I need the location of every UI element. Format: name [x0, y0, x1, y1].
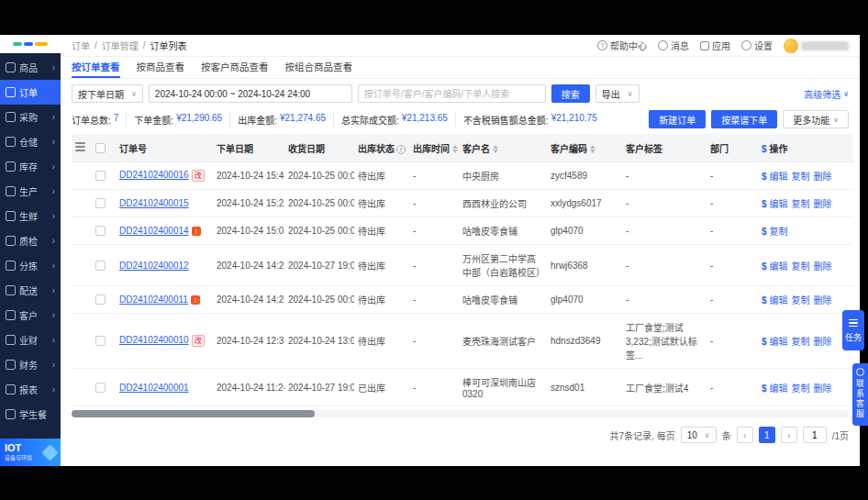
- row-checkbox[interactable]: [95, 171, 106, 181]
- edit-link[interactable]: 编辑: [770, 295, 788, 306]
- sidebar-item-sorting[interactable]: 分拣›: [0, 253, 61, 278]
- sidebar-item-qc[interactable]: 质检›: [0, 228, 61, 253]
- copy-link[interactable]: 复制: [792, 261, 810, 272]
- more-actions-button[interactable]: 更多功能∨: [783, 110, 849, 128]
- order-no-link[interactable]: DD24102400001: [119, 383, 189, 393]
- tab-by-combo-product[interactable]: 按组合商品查看: [285, 57, 353, 78]
- col-customer-code[interactable]: 客户编码: [547, 134, 622, 162]
- settings-button[interactable]: 设置: [741, 39, 773, 52]
- copy-link[interactable]: 复制: [792, 383, 810, 394]
- delete-link[interactable]: 删除: [814, 172, 832, 182]
- sort-icon[interactable]: [452, 145, 458, 153]
- contact-support-floating-button[interactable]: 联系客服: [852, 363, 868, 426]
- edit-link[interactable]: 编辑: [770, 172, 788, 182]
- delete-link[interactable]: 删除: [814, 261, 832, 272]
- col-outbound-status[interactable]: 出库状态: [354, 134, 409, 162]
- sidebar-item-inventory[interactable]: 库存›: [0, 154, 61, 179]
- advanced-filter-button[interactable]: 高级筛选 ∨: [804, 87, 849, 101]
- sidebar-item-fresh[interactable]: 生鲜›: [0, 204, 61, 228]
- order-no-link[interactable]: DD24102400011: [119, 294, 188, 305]
- select-all-checkbox[interactable]: [95, 143, 106, 153]
- sidebar-item-reports[interactable]: 报表›: [0, 377, 61, 402]
- delete-link[interactable]: 删除: [814, 199, 832, 209]
- sidebar-item-delivery[interactable]: 配送›: [0, 278, 61, 303]
- copy-link[interactable]: 复制: [792, 172, 810, 182]
- col-outbound-time[interactable]: 出库时间: [409, 134, 459, 162]
- breadcrumb-item[interactable]: 订单管理: [102, 39, 139, 52]
- amount-icon[interactable]: $: [762, 295, 767, 306]
- column-settings-icon[interactable]: [75, 140, 85, 153]
- order-by-menu-button[interactable]: 按菜谱下单: [711, 110, 777, 128]
- app-logo[interactable]: [0, 35, 61, 53]
- col-customer-tags[interactable]: 客户标签: [622, 134, 707, 162]
- user-menu[interactable]: [784, 39, 849, 53]
- copy-link[interactable]: 复制: [770, 227, 788, 237]
- sidebar-item-student-meals[interactable]: 学生餐: [0, 402, 61, 427]
- sidebar-item-biz-finance[interactable]: 业财›: [0, 328, 61, 352]
- delete-link[interactable]: 删除: [814, 383, 832, 394]
- sidebar-item-customers[interactable]: 客户›: [0, 303, 61, 328]
- tasks-floating-button[interactable]: 任务: [842, 310, 864, 350]
- sidebar-item-goods[interactable]: 商品›: [0, 55, 61, 80]
- tab-by-product[interactable]: 按商品查看: [137, 57, 185, 78]
- row-checkbox[interactable]: [95, 294, 106, 305]
- page-jump-input[interactable]: [803, 427, 827, 443]
- help-center-button[interactable]: ?帮助中心: [597, 39, 647, 52]
- amount-icon[interactable]: $: [762, 337, 767, 347]
- sidebar-item-production[interactable]: 生产›: [0, 179, 61, 204]
- col-customer-name[interactable]: 客户名: [459, 134, 547, 162]
- row-checkbox[interactable]: [95, 383, 106, 393]
- amount-icon[interactable]: $: [762, 172, 767, 182]
- order-no-link[interactable]: DD24102400016: [119, 170, 189, 180]
- messages-button[interactable]: 消息: [658, 39, 689, 52]
- delete-link[interactable]: 删除: [814, 337, 832, 347]
- tab-by-customer-product[interactable]: 按客户商品查看: [201, 57, 269, 78]
- sidebar-item-orders[interactable]: 订单: [0, 80, 61, 105]
- export-button[interactable]: 导出 ∨: [595, 84, 640, 103]
- edit-link[interactable]: 编辑: [770, 337, 788, 347]
- apps-button[interactable]: 应用: [700, 39, 730, 52]
- col-order-no[interactable]: 订单号: [116, 134, 213, 162]
- delete-link[interactable]: 删除: [814, 295, 832, 306]
- copy-link[interactable]: 复制: [792, 337, 810, 347]
- copy-link[interactable]: 复制: [792, 295, 810, 306]
- column-settings-header[interactable]: [72, 134, 92, 162]
- edit-link[interactable]: 编辑: [770, 261, 788, 272]
- sort-icon[interactable]: [590, 145, 595, 153]
- amount-icon[interactable]: $: [762, 227, 767, 237]
- edit-link[interactable]: 编辑: [770, 383, 788, 394]
- copy-link[interactable]: 复制: [792, 199, 810, 209]
- tab-by-order[interactable]: 按订单查看: [72, 57, 120, 78]
- row-checkbox[interactable]: [95, 336, 106, 346]
- date-range-input[interactable]: [149, 84, 352, 103]
- col-department[interactable]: 部门: [707, 134, 758, 162]
- next-page-button[interactable]: ›: [781, 427, 797, 443]
- search-button[interactable]: 搜索: [551, 84, 590, 103]
- page-number-button[interactable]: 1: [759, 427, 775, 443]
- amount-icon[interactable]: $: [762, 261, 767, 272]
- row-checkbox[interactable]: [95, 261, 106, 271]
- amount-icon[interactable]: $: [762, 383, 767, 394]
- row-checkbox[interactable]: [95, 198, 106, 208]
- order-no-link[interactable]: DD24102400014: [119, 226, 189, 236]
- order-no-link[interactable]: DD24102400010: [119, 335, 189, 345]
- search-input[interactable]: [358, 84, 546, 103]
- edit-link[interactable]: 编辑: [770, 199, 788, 209]
- page-size-select[interactable]: 10 ∨: [681, 427, 717, 443]
- order-no-link[interactable]: DD24102400012: [119, 261, 189, 271]
- order-no-link[interactable]: DD24102400015: [119, 198, 189, 208]
- row-checkbox[interactable]: [95, 226, 106, 236]
- info-icon[interactable]: [396, 145, 406, 154]
- col-order-date[interactable]: 下单日期: [213, 134, 284, 162]
- sidebar-item-purchase[interactable]: 采购›: [0, 105, 61, 129]
- prev-page-button[interactable]: ‹: [737, 427, 753, 443]
- new-order-button[interactable]: 新建订单: [649, 110, 706, 128]
- sort-icon[interactable]: [493, 145, 498, 153]
- col-receive-date[interactable]: 收货日期: [284, 134, 354, 162]
- sidebar-item-finance[interactable]: 财务›: [0, 352, 61, 377]
- scrollbar-thumb[interactable]: [72, 410, 315, 417]
- amount-icon[interactable]: $: [762, 199, 767, 209]
- breadcrumb-item[interactable]: 订单: [72, 39, 90, 52]
- date-field-select[interactable]: 按下单日期 ∨: [72, 84, 143, 103]
- sidebar-item-warehouse[interactable]: 仓储›: [0, 129, 61, 154]
